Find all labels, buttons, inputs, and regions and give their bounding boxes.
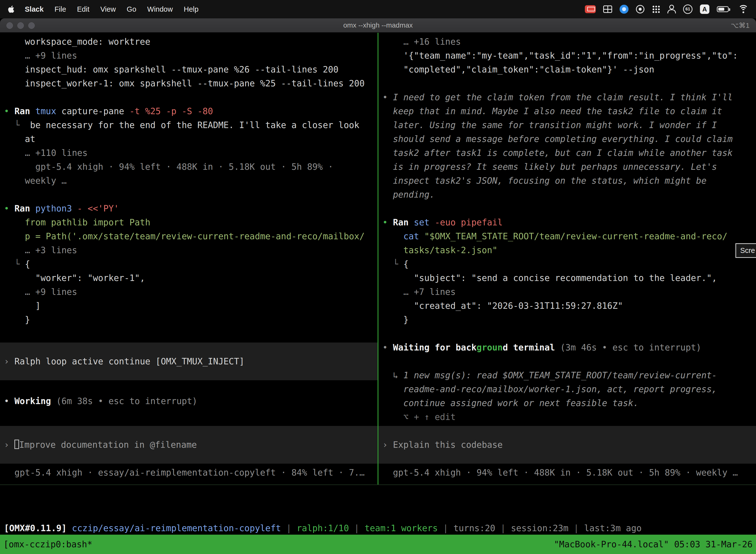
model-status-left: gpt-5.4 xhigh · essay/ai-reimplementatio…: [4, 466, 374, 480]
separator: |: [349, 523, 365, 533]
terminal-line: readme-and-reco/mailbox/worker-1.json, a…: [382, 382, 752, 396]
apple-logo-icon: [7, 5, 15, 14]
left-terminal-pane[interactable]: workspace_mode: worktree … +9 lines insp…: [0, 33, 378, 485]
terminal-line: ⌥ + ↑ edit: [382, 410, 752, 424]
window-title-bar: omx --xhigh --madmax ⌥⌘1: [0, 18, 756, 33]
terminal-line: … +9 lines: [4, 285, 374, 299]
terminal-line: p = Path('.omx/state/team/review-current…: [4, 229, 374, 243]
separator: |: [281, 523, 297, 533]
terminal-line: }: [382, 313, 752, 327]
terminal-line: • I need to get the claim token from the…: [382, 90, 752, 104]
terminal-line: later. Using the same for transition mig…: [382, 118, 752, 132]
gauge-61-icon[interactable]: 61: [683, 4, 693, 14]
terminal-line: pending.: [382, 188, 752, 202]
turns-counter: turns:20: [453, 523, 495, 533]
terminal-line: • Ran tmux capture-pane -t %25 -p -S -80: [4, 104, 374, 118]
menu-help[interactable]: Help: [178, 5, 204, 13]
terminal-line: inspect_worker-1: omx sparkshell --tmux-…: [4, 76, 374, 90]
person-icon[interactable]: [668, 5, 676, 14]
prompt-box-right[interactable]: › Explain this codebase: [378, 426, 756, 464]
terminal-line: continue assigned work or next feasible …: [382, 396, 752, 410]
terminal-line: └ {: [382, 257, 752, 271]
right-terminal-pane[interactable]: … +16 lines '{"team_name":"my-team","tas…: [378, 33, 756, 485]
menu-edit[interactable]: Edit: [72, 5, 95, 13]
input-source-icon[interactable]: A: [700, 4, 709, 14]
terminal-line: }: [4, 313, 374, 327]
omx-version: [OMX#0.11.9]: [4, 523, 72, 533]
inject-banner: › Ralph loop active continue [OMX_TMUX_I…: [0, 342, 378, 380]
menu-window[interactable]: Window: [142, 5, 178, 13]
close-button[interactable]: [6, 22, 13, 29]
menu-app-slack[interactable]: Slack: [19, 5, 49, 13]
wifi-icon[interactable]: [738, 5, 749, 13]
apple-menu[interactable]: [7, 4, 15, 14]
blank-line: [4, 188, 374, 202]
prompt-input-left[interactable]: › Improve documentation in @filename: [4, 438, 374, 452]
menu-bar-left: Slack File Edit View Go Window Help: [7, 4, 204, 14]
terminal-content: workspace_mode: worktree … +9 lines insp…: [0, 33, 756, 485]
apps-grid-icon[interactable]: [652, 5, 660, 13]
menu-bar-status-icons: 61 A: [585, 4, 749, 14]
terminal-line: weekly …: [4, 174, 374, 188]
separator: |: [495, 523, 511, 533]
tmux-host-clock: "MacBook-Pro-44.local" 05:03 31-Mar-26: [554, 539, 753, 549]
terminal-line: • Waiting for background terminal (3m 46…: [382, 340, 752, 354]
right-pane-scrollback: … +16 lines '{"team_name":"my-team","tas…: [382, 35, 752, 424]
omx-status-line: [OMX#0.11.9] cczip/essay/ai-reimplementa…: [4, 521, 752, 535]
separator: |: [438, 523, 453, 533]
session-duration: session:23m: [511, 523, 568, 533]
terminal-line: … +16 lines: [382, 35, 752, 49]
terminal-line: should send a message before completing …: [382, 132, 752, 146]
left-pane-footer: › Improve documentation in @filename gpt…: [4, 426, 374, 480]
terminal-line: • Ran set -euo pipefail: [382, 215, 752, 229]
terminal-line: "worker": "worker-1",: [4, 271, 374, 285]
terminal-line: is in progress? It seems likely but perh…: [382, 160, 752, 174]
terminal-line: cat "$OMX_TEAM_STATE_ROOT/team/review-cu…: [382, 229, 752, 243]
left-pane-scrollback: workspace_mode: worktree … +9 lines insp…: [4, 35, 374, 408]
team-workers: team:1 workers: [365, 523, 438, 533]
right-pane-footer: › Explain this codebase gpt-5.4 xhigh · …: [382, 426, 752, 480]
ralph-counter: ralph:1/10: [297, 523, 349, 533]
blank-line: [382, 354, 752, 368]
terminal-line: inspect task2's JSON, focusing on the st…: [382, 174, 752, 188]
record-dot-icon[interactable]: [636, 5, 644, 13]
recording-indicator[interactable]: [585, 5, 596, 13]
terminal-line: tasks/task-2.json": [382, 243, 752, 257]
last-activity: last:3m ago: [584, 523, 642, 533]
model-status-right: gpt-5.4 xhigh · 94% left · 488K in · 5.1…: [382, 466, 752, 480]
blank-line: [4, 90, 374, 104]
window-title: omx --xhigh --madmax: [343, 21, 413, 29]
terminal-line: ]: [4, 299, 374, 313]
terminal-line: inspect_hud: omx sparkshell --tmux-pane …: [4, 63, 374, 76]
window-grid-icon[interactable]: [603, 5, 612, 13]
terminal-line: "subject": "send a concise recommendatio…: [382, 271, 752, 285]
terminal-line: … +9 lines: [4, 49, 374, 63]
menu-go[interactable]: Go: [121, 5, 142, 13]
tmux-status-bar: [omx-cczip0:bash* "MacBook-Pro-44.local"…: [0, 535, 756, 554]
menu-file[interactable]: File: [49, 5, 72, 13]
blue-app-icon[interactable]: [620, 5, 629, 14]
terminal-line: task2 after task1 is complete, but can I…: [382, 146, 752, 160]
session-path: cczip/essay/ai-reimplementation-copyleft: [72, 523, 281, 533]
omx-status-bar: [OMX#0.11.9] cczip/essay/ai-reimplementa…: [0, 485, 756, 535]
battery-icon[interactable]: [717, 6, 729, 12]
terminal-line: … +7 lines: [382, 285, 752, 299]
banner-line: › Ralph loop active continue [OMX_TMUX_I…: [4, 354, 374, 368]
terminal-line: "completed","claim_token":"claim-token"}…: [382, 63, 752, 76]
prompt-input-right[interactable]: › Explain this codebase: [382, 438, 752, 452]
minimize-button[interactable]: [17, 22, 24, 29]
menu-view[interactable]: View: [95, 5, 121, 13]
prompt-box-left[interactable]: › Improve documentation in @filename: [0, 426, 378, 464]
terminal-line: … +110 lines: [4, 146, 374, 160]
blank-line: [382, 202, 752, 215]
terminal-line: └ be necessary for the end of the README…: [4, 118, 374, 132]
terminal-line: └ {: [4, 257, 374, 271]
terminal-line: ↳ 1 new msg(s): read $OMX_TEAM_STATE_ROO…: [382, 368, 752, 382]
window-shortcut-badge: ⌥⌘1: [731, 21, 750, 30]
terminal-line: workspace_mode: worktree: [4, 35, 374, 49]
zoom-button[interactable]: [28, 22, 35, 29]
terminal-line: "created_at": "2026-03-31T11:59:27.816Z": [382, 299, 752, 313]
tmux-session-name[interactable]: [omx-cczip0:bash*: [3, 539, 92, 549]
terminal-line: gpt-5.4 xhigh · 94% left · 488K in · 5.1…: [4, 160, 374, 174]
terminal-line: keep that in mind. Maybe I also need the…: [382, 104, 752, 118]
